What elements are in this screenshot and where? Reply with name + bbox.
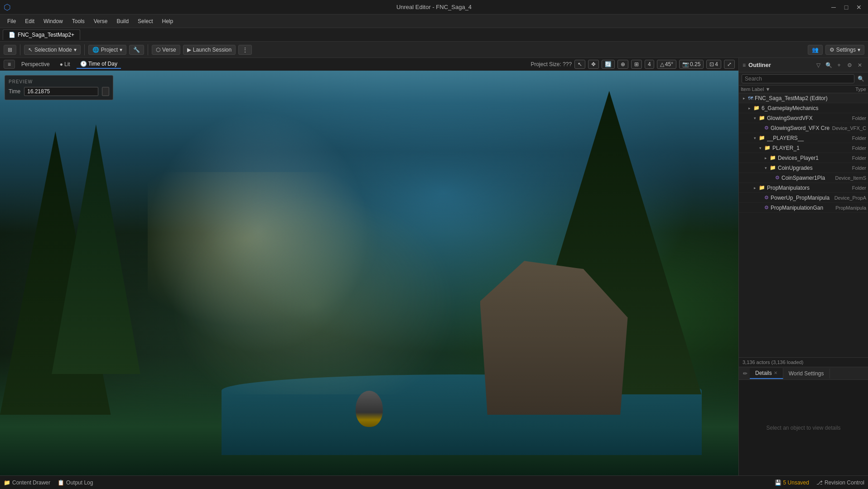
folder-icon: 📁 bbox=[770, 165, 776, 171]
details-tab[interactable]: Details ✕ bbox=[750, 368, 783, 379]
tree-row[interactable]: ▾ 📁 GlowingSwordVFX Folder bbox=[739, 113, 868, 123]
fov-value: 4 bbox=[715, 61, 718, 67]
snap-button[interactable]: 🔄 bbox=[602, 60, 615, 69]
tree-row[interactable]: ▸ 🗺 FNC_Saga_TestMap2 (Editor) bbox=[739, 93, 868, 103]
details-close-icon[interactable]: ✕ bbox=[774, 370, 777, 375]
world-settings-tab[interactable]: World Settings bbox=[783, 369, 830, 379]
launch-label: Launch Session bbox=[193, 47, 231, 53]
surface-button[interactable]: ⊕ bbox=[617, 60, 628, 69]
menu-tools[interactable]: Tools bbox=[68, 17, 88, 25]
output-log-icon: 📋 bbox=[58, 479, 64, 486]
close-outliner-button[interactable]: ✕ bbox=[855, 61, 864, 70]
angle-snap-button[interactable]: △ 45° bbox=[657, 60, 676, 69]
tree-row[interactable]: ▸ 📁 Devices_Player1 Folder bbox=[739, 153, 868, 163]
menu-verse[interactable]: Verse bbox=[90, 17, 111, 25]
menu-select[interactable]: Select bbox=[134, 17, 156, 25]
tree-item-type: Folder bbox=[839, 155, 866, 161]
maximize-button[interactable]: ⤢ bbox=[724, 60, 735, 69]
expand-icon[interactable]: ▾ bbox=[752, 135, 758, 141]
expand-icon[interactable]: ▾ bbox=[752, 115, 758, 121]
folder-icon: 📁 bbox=[753, 105, 760, 111]
selection-mode-label: Selection Mode bbox=[34, 47, 72, 53]
menu-window[interactable]: Window bbox=[40, 17, 67, 25]
outliner-settings-button[interactable]: ⚙ bbox=[845, 61, 854, 70]
output-log-button[interactable]: 📋 Output Log bbox=[58, 479, 93, 486]
folder-icon: 📁 bbox=[764, 145, 771, 151]
expand-icon[interactable]: ▸ bbox=[762, 155, 769, 161]
project-button[interactable]: 🌐 Project ▾ bbox=[88, 45, 126, 55]
expand-icon[interactable]: ▾ bbox=[762, 165, 769, 171]
tree-item-type: Device_ItemS bbox=[835, 175, 866, 181]
expand-icon[interactable]: ▾ bbox=[757, 145, 763, 151]
grid-snap-button[interactable]: ⊞ bbox=[631, 60, 642, 69]
more-options-button[interactable]: ⋮ bbox=[238, 45, 252, 55]
lit-icon: ● bbox=[60, 61, 63, 67]
color-picker-swatch[interactable] bbox=[102, 87, 109, 96]
outliner-search-input[interactable] bbox=[742, 74, 854, 83]
tree-row[interactable]: ▾ 📁 __PLAYERS__ Folder bbox=[739, 133, 868, 143]
collab-button[interactable]: 👥 bbox=[808, 45, 823, 55]
filter-button[interactable]: ▽ bbox=[814, 61, 823, 70]
layout-button[interactable]: ⊞ bbox=[4, 45, 16, 55]
time-of-day-tab[interactable]: 🕐 Time of Day bbox=[77, 60, 121, 69]
cursor-mode-button[interactable]: ↖ bbox=[574, 60, 585, 69]
tree-row[interactable]: ⚙ GlowingSword_VFX Cre Device_VFX_C bbox=[739, 123, 868, 133]
outliner-header: ≡ Outliner ▽ 🔍 + ⚙ ✕ bbox=[739, 58, 868, 72]
tree-row[interactable]: ▸ 📁 PropManipulators Folder bbox=[739, 183, 868, 193]
dragon-area bbox=[148, 172, 480, 395]
restore-button[interactable]: □ bbox=[841, 2, 852, 13]
search-button[interactable]: 🔍 bbox=[856, 74, 865, 83]
tree-row[interactable]: ▸ 📁 6_GameplayMechanics bbox=[739, 103, 868, 113]
tree-row[interactable]: ▾ 📁 CoinUpgrades Folder bbox=[739, 163, 868, 173]
menu-build[interactable]: Build bbox=[113, 17, 132, 25]
grid-size-button[interactable]: 4 bbox=[645, 60, 654, 69]
selection-mode-button[interactable]: ↖ Selection Mode ▾ bbox=[24, 45, 81, 55]
search-icon-button[interactable]: 🔍 bbox=[824, 61, 833, 70]
transform-button[interactable]: ✥ bbox=[588, 60, 599, 69]
minimize-button[interactable]: ─ bbox=[828, 2, 839, 13]
outliner-title: Outliner bbox=[748, 62, 771, 68]
camera-speed-button[interactable]: 📷 0.25 bbox=[679, 60, 704, 69]
preview-time-row: Time bbox=[9, 87, 109, 96]
perspective-tab[interactable]: Perspective bbox=[18, 60, 53, 68]
expand-icon bbox=[757, 125, 763, 131]
grid-size-value: 4 bbox=[648, 61, 651, 67]
revision-label: Revision Control bbox=[825, 479, 864, 486]
menu-help[interactable]: Help bbox=[158, 17, 177, 25]
launch-session-button[interactable]: ▶ Launch Session bbox=[183, 45, 236, 55]
lit-tab[interactable]: ● Lit bbox=[56, 60, 74, 68]
menu-edit[interactable]: Edit bbox=[21, 17, 38, 25]
tab-bar: 📄 FNC_Saga_TestMap2+ bbox=[0, 28, 868, 42]
close-button[interactable]: ✕ bbox=[854, 2, 864, 13]
tree-item-name: 6_GameplayMechanics bbox=[762, 105, 837, 111]
tree-item-name: PLAYER_1 bbox=[772, 145, 837, 151]
tree-row[interactable]: ▾ 📁 PLAYER_1 Folder bbox=[739, 143, 868, 153]
expand-icon[interactable]: ▸ bbox=[741, 95, 747, 101]
content-drawer-button[interactable]: 📁 Content Drawer bbox=[4, 479, 50, 486]
settings-button[interactable]: ⚙ Settings ▾ bbox=[825, 45, 864, 55]
item-label-header[interactable]: Item Label ▼ bbox=[741, 86, 830, 92]
status-bar: 📁 Content Drawer 📋 Output Log 💾 5 Unsave… bbox=[0, 475, 868, 489]
project-tab[interactable]: 📄 FNC_Saga_TestMap2+ bbox=[3, 29, 80, 40]
tool-button[interactable]: 🔧 bbox=[129, 45, 144, 55]
tree-row[interactable]: ⚙ PowerUp_PropManipula Device_PropA bbox=[739, 193, 868, 203]
project-icon: 🌐 bbox=[92, 47, 99, 53]
expand-icon bbox=[757, 195, 763, 201]
tree-row[interactable]: ⚙ CoinSpawner1Pla Device_ItemS bbox=[739, 173, 868, 183]
angle-value: 45° bbox=[665, 61, 673, 67]
add-outliner-button[interactable]: + bbox=[834, 61, 844, 70]
unsaved-indicator[interactable]: 💾 5 Unsaved bbox=[775, 479, 809, 486]
time-value-input[interactable] bbox=[24, 87, 98, 96]
expand-icon[interactable]: ▸ bbox=[752, 185, 758, 191]
revision-control-button[interactable]: ⎇ Revision Control bbox=[816, 479, 864, 486]
type-header: Type bbox=[830, 86, 866, 92]
tree-item-name: PropManipulators bbox=[767, 185, 837, 191]
hamburger-button[interactable]: ≡ bbox=[4, 60, 15, 69]
details-empty-message: Select an object to view details bbox=[766, 425, 840, 431]
expand-icon[interactable]: ▸ bbox=[746, 105, 752, 111]
tree-row[interactable]: ⚙ PropManipulationGan PropManipula bbox=[739, 203, 868, 213]
tree-item-name: CoinUpgrades bbox=[778, 165, 837, 171]
menu-file[interactable]: File bbox=[4, 17, 19, 25]
fov-button[interactable]: ⊡ 4 bbox=[706, 60, 721, 69]
verse-button[interactable]: ⬡ Verse bbox=[152, 45, 180, 55]
